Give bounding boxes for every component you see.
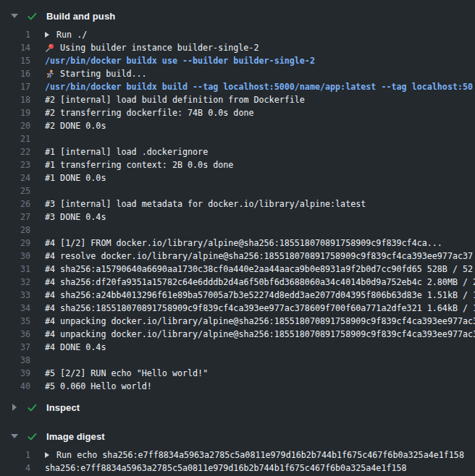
check-icon [27,431,38,442]
line-number[interactable]: 25 [0,186,30,196]
line-number[interactable]: 36 [0,329,30,339]
expand-run-icon[interactable] [45,452,49,458]
log-line: 20#2 DONE 0.0s [0,119,475,132]
line-number[interactable]: 14 [0,43,30,53]
line-number[interactable]: 26 [0,199,30,209]
line-number[interactable]: 20 [0,121,30,131]
section-header-image-digest[interactable]: Image digest [0,426,475,446]
line-number[interactable]: 21 [0,134,30,144]
log-line: 25 [0,184,475,197]
log-line-content: #3 DONE 0.4s [45,212,475,222]
log-line-content: /usr/bin/docker buildx build --tag local… [45,82,475,92]
line-number[interactable]: 1 [0,450,30,460]
line-number[interactable]: 37 [0,342,30,352]
line-number[interactable]: 32 [0,277,30,287]
log-line-text: #3 [internal] load metadata for docker.i… [45,199,366,209]
log-line-text: #4 resolve docker.io/library/alpine@sha2… [45,251,473,261]
log-line-content: #1 DONE 0.0s [45,173,475,183]
line-number[interactable]: 4 [0,463,30,473]
log-line-text: #4 sha256:a24bb4013296f61e89ba57005a7b3e… [45,290,475,300]
log-line-text: #4 [1/2] FROM docker.io/library/alpine@s… [45,238,442,248]
section-title: Inspect [46,402,80,413]
line-number[interactable]: 38 [0,355,30,365]
line-number[interactable]: 30 [0,251,30,261]
chevron-right-icon[interactable] [11,404,18,411]
log-line: 18#2 [internal] load build definition fr… [0,93,475,106]
log-line-content: #4 DONE 0.4s [45,342,475,352]
log-section-inspect: Inspect [0,397,475,417]
log-line-text: Run ./ [56,30,87,40]
log-line-text: #2 [internal] load build definition from… [45,95,305,105]
log-line-text: #1 [internal] load .dockerignore [45,147,208,157]
log-line: 32#4 sha256:df20fa9351a15782c64e6dddb2d4… [0,276,475,289]
log-line: 14Using builder instance builder-single-… [0,41,475,54]
log-line: 40#5 0.060 Hello world! [0,380,475,393]
line-number[interactable]: 28 [0,225,30,235]
log-line-content: #2 DONE 0.0s [45,121,475,131]
line-number[interactable]: 22 [0,147,30,157]
log-line-content: #4 sha256:df20fa9351a15782c64e6dddb2d4a6… [45,277,475,287]
line-number[interactable]: 35 [0,316,30,326]
runner-icon [45,69,54,79]
log-line: 36#4 unpacking docker.io/library/alpine@… [0,328,475,341]
line-number[interactable]: 33 [0,290,30,300]
line-number[interactable]: 40 [0,381,30,391]
log-line: 29#4 [1/2] FROM docker.io/library/alpine… [0,237,475,250]
log-line: 28 [0,224,475,237]
log-line: 31#4 sha256:a15790640a6690aa1730c38cf0a4… [0,263,475,276]
section-header-inspect[interactable]: Inspect [0,397,475,417]
line-number[interactable]: 34 [0,303,30,313]
log-line-content: #4 unpacking docker.io/library/alpine@sh… [45,329,475,339]
log-line-text: #5 0.060 Hello world! [45,381,152,391]
log-line: 39#5 [2/2] RUN echo "Hello world!" [0,367,475,380]
log-line-text: #1 transferring context: 2B 0.0s done [45,160,233,170]
log-line-text: #2 transferring dockerfile: 74B 0.0s don… [45,108,254,118]
log-line: 34#4 sha256:185518070891758909c9f839cf4c… [0,302,475,315]
log-line: 26#3 [internal] load metadata for docker… [0,197,475,211]
log-line-text: sha256:e7ff8834a5963a2785c5a0811e979d16b… [45,463,407,473]
line-number[interactable]: 23 [0,160,30,170]
line-number[interactable]: 15 [0,56,30,66]
log-line: 1Run ./ [0,28,475,41]
chevron-down-icon[interactable] [11,14,18,18]
line-number[interactable]: 1 [0,30,30,40]
line-number[interactable]: 27 [0,212,30,222]
log-line: 35#4 unpacking docker.io/library/alpine@… [0,315,475,328]
expand-run-icon[interactable] [45,32,49,38]
section-header-build-and-push[interactable]: Build and push [0,6,475,26]
log-line-text: #4 DONE 0.4s [45,342,106,352]
log-line-content: #4 [1/2] FROM docker.io/library/alpine@s… [45,238,475,248]
log-line-text: #3 DONE 0.4s [45,212,106,222]
line-number[interactable]: 16 [0,69,30,79]
section-title: Build and push [46,11,115,22]
log-line: 21 [0,132,475,145]
log-line-content: #1 [internal] load .dockerignore [45,147,475,157]
log-line: 19#2 transferring dockerfile: 74B 0.0s d… [0,106,475,119]
log-line-text: Using builder instance builder-single-2 [60,43,258,53]
log-line-content: #4 unpacking docker.io/library/alpine@sh… [45,316,475,326]
line-number[interactable]: 29 [0,238,30,248]
line-number[interactable]: 24 [0,173,30,183]
log-line-text: #4 sha256:185518070891758909c9f839cf4ca3… [45,303,475,313]
log-line: 38 [0,354,475,367]
log-line-content: #4 sha256:a24bb4013296f61e89ba57005a7b3e… [45,290,475,300]
check-icon [27,402,38,413]
log-line: 1Run echo sha256:e7ff8834a5963a2785c5a08… [0,449,475,462]
chevron-down-icon[interactable] [11,434,18,438]
log-line-text: #4 sha256:df20fa9351a15782c64e6dddb2d4a6… [45,277,475,287]
log-line-content: #4 sha256:a15790640a6690aa1730c38cf0a440… [45,264,475,274]
log-line-content: Run echo sha256:e7ff8834a5963a2785c5a081… [45,450,475,460]
log-line-content: #5 [2/2] RUN echo "Hello world!" [45,368,475,378]
line-number[interactable]: 39 [0,368,30,378]
line-number[interactable]: 31 [0,264,30,274]
line-number[interactable]: 17 [0,82,30,92]
log-line-content: #1 transferring context: 2B 0.0s done [45,160,475,170]
actions-log-viewer: Build and push1Run ./14Using builder ins… [0,0,475,476]
log-line: 37#4 DONE 0.4s [0,341,475,354]
line-number[interactable]: 19 [0,108,30,118]
log-line: 27#3 DONE 0.4s [0,211,475,224]
line-number[interactable]: 18 [0,95,30,105]
log-line: 16Starting build... [0,67,475,80]
log-line-content: #4 resolve docker.io/library/alpine@sha2… [45,251,475,261]
log-line-content: Using builder instance builder-single-2 [45,43,475,53]
